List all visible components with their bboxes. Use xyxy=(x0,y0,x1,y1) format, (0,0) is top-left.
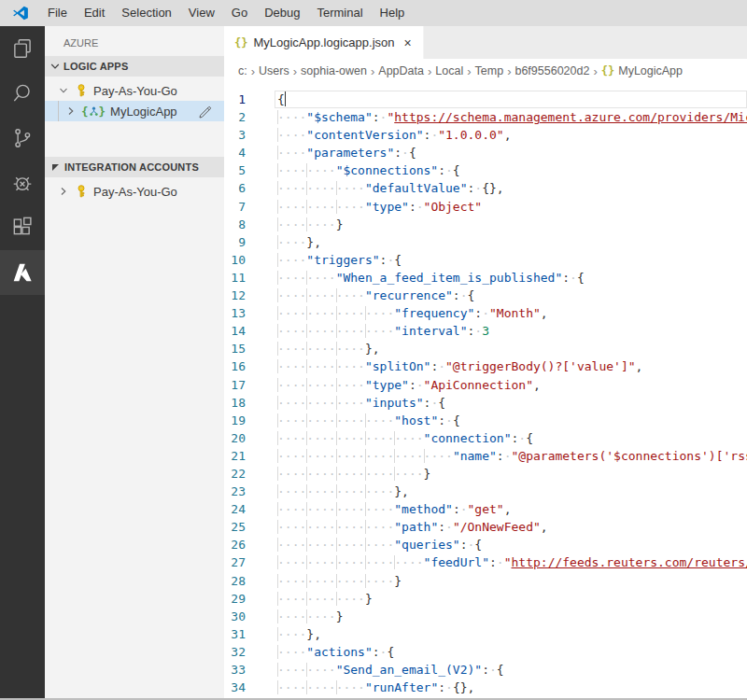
line-number[interactable]: 16 xyxy=(224,357,275,375)
menu-file[interactable]: File xyxy=(39,0,76,26)
code-line[interactable]: ············"recurrence":·{ xyxy=(275,287,747,304)
code-line[interactable]: ················"queries":·{ xyxy=(275,536,747,553)
tab-close-icon[interactable]: × xyxy=(404,36,412,49)
code-line[interactable]: ················}, xyxy=(275,483,747,500)
code-editor[interactable]: 1234567891011121314151617181920212223242… xyxy=(224,83,747,700)
line-number[interactable]: 30 xyxy=(224,608,275,625)
search-icon[interactable] xyxy=(0,71,45,116)
line-number[interactable]: 19 xyxy=(224,412,275,429)
menu-go[interactable]: Go xyxy=(223,0,256,26)
breadcrumb-item[interactable]: sophia-owen xyxy=(301,64,367,77)
line-number[interactable]: 22 xyxy=(224,465,275,483)
code-line[interactable]: ····"$schema":·"https://schema.managemen… xyxy=(275,108,747,126)
code-line[interactable]: ················"method":·"get", xyxy=(275,500,747,518)
code-content[interactable]: {····"$schema":·"https://schema.manageme… xyxy=(275,83,747,700)
menu-terminal[interactable]: Terminal xyxy=(308,0,371,26)
code-line[interactable]: ············"type":·"ApiConnection", xyxy=(275,376,747,394)
line-number[interactable]: 6 xyxy=(224,179,275,197)
code-line[interactable]: ············"inputs":·{ xyxy=(275,394,747,412)
tree-item-subscription-integration[interactable]: Pay-As-You-Go xyxy=(45,181,224,202)
breadcrumb-item[interactable]: c: xyxy=(238,64,247,77)
line-number[interactable]: 15 xyxy=(224,340,275,357)
line-number[interactable]: 34 xyxy=(224,679,275,696)
code-line[interactable]: ············"splitOn":·"@triggerBody()?[… xyxy=(275,357,747,375)
line-number[interactable]: 5 xyxy=(224,161,275,179)
tab-mylogicapp-json[interactable]: {} MyLogicApp.logicapp.json × xyxy=(224,26,424,59)
line-number[interactable]: 26 xyxy=(224,536,275,553)
source-control-icon[interactable] xyxy=(0,116,45,161)
code-line[interactable]: ············} xyxy=(275,590,747,608)
line-number[interactable]: 8 xyxy=(224,216,275,233)
code-line[interactable]: ············"runAfter":·{}, xyxy=(275,679,747,696)
code-line[interactable]: ····}, xyxy=(275,625,747,643)
debug-icon[interactable] xyxy=(0,161,45,205)
line-number[interactable]: 20 xyxy=(224,429,275,447)
line-number[interactable]: 28 xyxy=(224,572,275,590)
section-header-logic-apps[interactable]: LOGIC APPS xyxy=(45,56,224,77)
line-number[interactable]: 14 xyxy=(224,322,275,340)
code-line[interactable]: ················"host":·{ xyxy=(275,412,747,429)
code-line[interactable]: ························"name":·"@parame… xyxy=(275,447,747,465)
code-line[interactable]: ····················} xyxy=(275,465,747,483)
code-line[interactable]: ········} xyxy=(275,608,747,625)
line-number[interactable]: 31 xyxy=(224,625,275,643)
code-line[interactable]: ········"Send_an_email_(V2)":·{ xyxy=(275,661,747,679)
line-number[interactable]: 2 xyxy=(224,108,275,126)
line-number[interactable]: 24 xyxy=(224,500,275,518)
code-line[interactable]: ········} xyxy=(275,216,747,233)
code-line[interactable]: ····"parameters":·{ xyxy=(275,144,747,161)
line-number[interactable]: 33 xyxy=(224,661,275,679)
breadcrumb-item[interactable]: AppData xyxy=(378,64,424,77)
code-line[interactable]: ················"frequency":·"Month", xyxy=(275,304,747,322)
code-line[interactable]: { xyxy=(275,91,747,108)
line-number[interactable]: 12 xyxy=(224,287,275,304)
menu-selection[interactable]: Selection xyxy=(113,0,179,26)
breadcrumb-item[interactable]: Local xyxy=(435,64,463,77)
line-number[interactable]: 11 xyxy=(224,269,275,287)
line-number[interactable]: 1 xyxy=(224,91,275,108)
breadcrumb-item[interactable]: Temp xyxy=(475,64,504,77)
line-number[interactable]: 29 xyxy=(224,590,275,608)
line-number[interactable]: 23 xyxy=(224,483,275,500)
edit-pencil-icon[interactable] xyxy=(197,104,212,119)
line-number[interactable]: 21 xyxy=(224,447,275,465)
code-line[interactable]: ················"path":·"/OnNewFeed", xyxy=(275,518,747,536)
code-line[interactable]: ····}, xyxy=(275,233,747,251)
code-line[interactable]: ····················"feedUrl":·"http://f… xyxy=(275,553,747,571)
code-line[interactable]: ····"actions":·{ xyxy=(275,643,747,661)
tree-item-mylogicapp[interactable]: { } MyLogicApp xyxy=(45,101,224,121)
code-line[interactable]: ····"contentVersion":·"1.0.0.0", xyxy=(275,126,747,144)
code-line[interactable]: ····"triggers":·{ xyxy=(275,251,747,269)
menu-help[interactable]: Help xyxy=(372,0,414,26)
code-line[interactable]: ················} xyxy=(275,572,747,590)
extensions-icon[interactable] xyxy=(0,205,45,250)
azure-icon[interactable] xyxy=(0,250,45,295)
breadcrumb-file[interactable]: MyLogicApp xyxy=(618,64,683,77)
line-number[interactable]: 27 xyxy=(224,553,275,571)
line-number[interactable]: 10 xyxy=(224,251,275,269)
section-header-integration-accounts[interactable]: INTEGRATION ACCOUNTS xyxy=(45,157,224,177)
line-number[interactable]: 13 xyxy=(224,304,275,322)
line-number[interactable]: 9 xyxy=(224,233,275,251)
code-line[interactable]: ············"type":·"Object" xyxy=(275,198,747,216)
code-line[interactable]: ················"interval":·3 xyxy=(275,322,747,340)
breadcrumb-item[interactable]: Users xyxy=(259,64,289,77)
line-number[interactable]: 32 xyxy=(224,643,275,661)
code-line[interactable]: ········"When_a_feed_item_is_published":… xyxy=(275,269,747,287)
breadcrumb-item[interactable]: b6f9556020d2 xyxy=(514,64,589,77)
line-number[interactable]: 3 xyxy=(224,126,275,144)
line-number[interactable]: 17 xyxy=(224,376,275,394)
menu-edit[interactable]: Edit xyxy=(76,0,113,26)
line-number[interactable]: 4 xyxy=(224,144,275,161)
code-line[interactable]: ····················"connection":·{ xyxy=(275,429,747,447)
menu-debug[interactable]: Debug xyxy=(256,0,308,26)
code-line[interactable]: ············"defaultValue":·{}, xyxy=(275,179,747,197)
explorer-icon[interactable] xyxy=(0,26,45,71)
code-line[interactable]: ············}, xyxy=(275,340,747,357)
code-line[interactable]: ········"$connections":·{ xyxy=(275,161,747,179)
menu-view[interactable]: View xyxy=(180,0,223,26)
line-number[interactable]: 18 xyxy=(224,394,275,412)
line-number[interactable]: 7 xyxy=(224,198,275,216)
line-number[interactable]: 25 xyxy=(224,518,275,536)
tree-item-subscription-logic-apps[interactable]: Pay-As-You-Go xyxy=(45,80,224,101)
